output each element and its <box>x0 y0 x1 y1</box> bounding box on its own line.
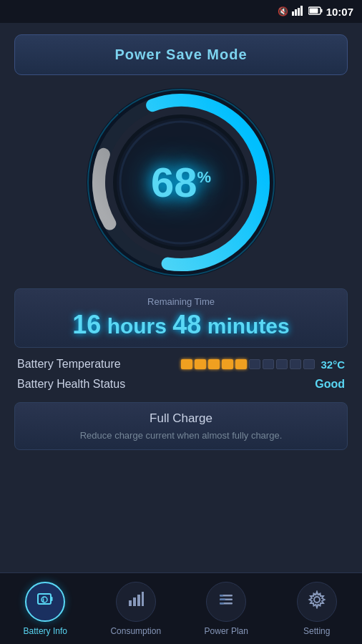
gauge-percent-symbol: % <box>197 168 211 186</box>
nav-item-battery-info[interactable]: i i Battery Info <box>9 582 81 636</box>
nav-label-power-plan: Power Plan <box>205 626 248 636</box>
main-content: Power Save Mode <box>0 23 362 644</box>
status-time: 10:07 <box>326 6 353 18</box>
svg-rect-6 <box>309 8 318 13</box>
temp-segment-10 <box>303 359 315 369</box>
gauge-number: 68 <box>151 159 197 205</box>
hours-number: 16 <box>72 310 101 339</box>
svg-rect-3 <box>300 6 303 16</box>
battery-health-label: Battery Health Status <box>17 378 146 391</box>
temp-segment-1 <box>181 359 192 369</box>
nav-icon-wrap-setting <box>297 582 337 622</box>
battery-health-row: Battery Health Status Good <box>17 378 345 391</box>
nav-icon-wrap-consumption <box>116 582 156 622</box>
temp-value: 32°C <box>321 358 345 371</box>
remaining-label: Remaining Time <box>26 296 336 307</box>
battery-icon <box>308 6 323 17</box>
power-save-label: Power Save Mode <box>114 47 247 62</box>
nav-icon-wrap-battery: i i <box>25 582 65 622</box>
nav-label-setting: Setting <box>303 626 330 636</box>
mute-icon: 🔇 <box>278 6 288 16</box>
svg-rect-27 <box>220 595 223 597</box>
full-charge-title: Full Charge <box>26 411 336 426</box>
svg-rect-22 <box>137 595 140 606</box>
gauge-percentage-value: 68% <box>151 162 211 203</box>
consumption-icon <box>127 590 145 613</box>
nav-item-consumption[interactable]: Consumption <box>100 582 172 636</box>
temp-segment-5 <box>235 359 247 369</box>
info-rows: Battery Temperature 32°C Battery Health … <box>14 358 348 398</box>
temp-segment-8 <box>276 359 288 369</box>
signal-icon <box>292 6 305 18</box>
remaining-time-value: 16 hours 48 minutes <box>26 310 336 340</box>
nav-label-consumption: Consumption <box>110 626 161 636</box>
nav-item-setting[interactable]: Setting <box>281 582 353 636</box>
temp-segment-4 <box>222 359 233 369</box>
bottom-nav: i i Battery Info Consumption <box>0 572 362 644</box>
temp-segment-3 <box>208 359 220 369</box>
svg-rect-0 <box>292 11 294 16</box>
temp-bar-container: 32°C <box>181 358 345 371</box>
temp-segment-2 <box>195 359 206 369</box>
nav-label-battery-info: Battery Info <box>24 626 67 636</box>
minutes-number: 48 <box>172 310 201 339</box>
full-charge-description: Reduce charge current when almost fully … <box>26 430 336 441</box>
svg-rect-21 <box>133 597 136 606</box>
battery-temperature-row: Battery Temperature 32°C <box>17 358 345 371</box>
nav-item-power-plan[interactable]: Power Plan <box>190 582 262 636</box>
battery-temp-label: Battery Temperature <box>17 358 146 371</box>
hours-label: hours <box>107 314 167 338</box>
setting-icon <box>308 590 326 613</box>
temp-segment-6 <box>249 359 260 369</box>
nav-icon-wrap-power-plan <box>206 582 246 622</box>
battery-health-value: Good <box>315 378 345 391</box>
temp-segment-7 <box>263 359 274 369</box>
power-save-button[interactable]: Power Save Mode <box>14 34 348 75</box>
gauge-center: 68% <box>151 162 211 203</box>
battery-gauge: 68% <box>14 82 348 283</box>
remaining-time-box: Remaining Time 16 hours 48 minutes <box>14 288 348 348</box>
svg-rect-1 <box>295 9 297 16</box>
full-charge-box: Full Charge Reduce charge current when a… <box>14 402 348 450</box>
minutes-label: minutes <box>207 314 290 338</box>
svg-rect-16 <box>51 597 53 601</box>
svg-rect-29 <box>220 602 224 605</box>
power-plan-icon <box>217 590 235 613</box>
svg-rect-5 <box>321 9 322 12</box>
battery-info-icon: i i <box>36 590 54 613</box>
svg-point-30 <box>314 597 320 602</box>
status-bar: 🔇 10:07 <box>0 0 362 23</box>
temp-bar <box>181 359 315 369</box>
svg-rect-28 <box>220 598 225 600</box>
svg-text:i: i <box>43 596 45 603</box>
temp-segment-9 <box>290 359 301 369</box>
svg-rect-20 <box>129 600 132 606</box>
svg-rect-23 <box>142 592 144 606</box>
svg-rect-2 <box>298 8 300 16</box>
status-icons: 🔇 10:07 <box>278 6 353 18</box>
